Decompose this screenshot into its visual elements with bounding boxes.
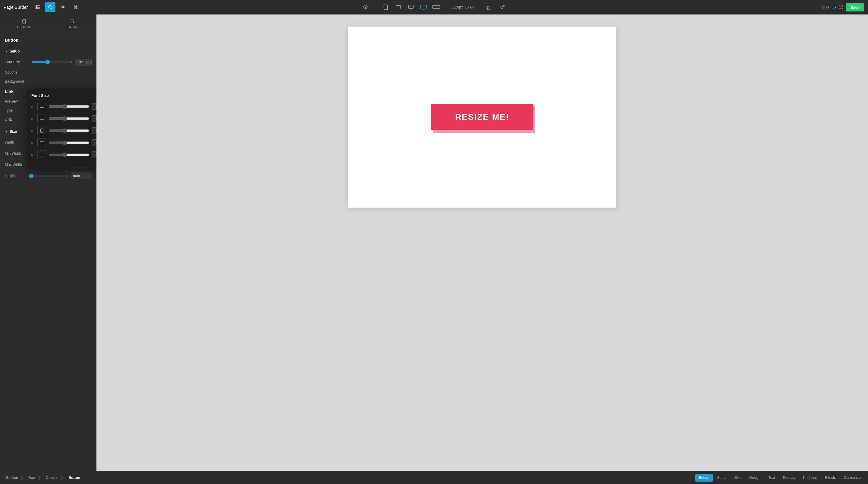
settings-button[interactable] [58,2,68,12]
svg-rect-23 [40,142,44,144]
left-sidebar: Duplicate Delete Button ▼ Setup Font Siz… [0,15,96,471]
sidebar-icon [35,5,40,10]
device-controls: 1120px 100% [361,2,507,12]
breadcrumb-chevron-3: ❯ [61,476,64,480]
popup-arrow-3: ▶ [31,129,35,133]
breadcrumb-chevron-1: ❯ [21,476,24,480]
font-size-slider-container [32,59,72,65]
tab-setup[interactable]: Setup [713,474,730,482]
svg-point-4 [49,5,51,8]
popup-value-2[interactable] [92,115,96,122]
svg-rect-16 [23,20,26,23]
widescreen-device-button[interactable] [431,2,441,12]
tab-text[interactable]: Text [765,474,778,482]
font-size-row: Font Size px [0,56,96,68]
tab-size[interactable]: Size [731,474,745,482]
height-value-box: auto [71,173,92,179]
svg-rect-0 [36,5,37,9]
popup-slider-3[interactable] [49,128,89,133]
search-icon [48,5,53,10]
breadcrumb-chevron-2: ❯ [38,476,41,480]
js-button[interactable]: JS [832,5,836,9]
extensions-button[interactable] [70,2,81,12]
svg-rect-13 [422,9,425,10]
svg-rect-3 [37,8,40,9]
top-bar: Page Builder [0,0,868,15]
canvas-frame: RESIZE ME! [348,27,616,208]
tab-design[interactable]: Design [746,474,764,482]
font-size-slider[interactable] [32,59,72,64]
background-item[interactable]: Background [0,77,96,86]
breadcrumb-column[interactable]: Column ❯ [43,476,66,480]
popup-row-4: ▶ px [31,138,96,147]
tab-customize[interactable]: Customize [840,474,864,482]
tablet-device-button[interactable] [393,2,403,12]
desktop-device-button[interactable] [418,2,428,12]
toggle-sidebar-button[interactable] [33,2,43,12]
puzzle-icon [73,5,78,10]
tab-button[interactable]: Button [695,474,713,482]
layers-button[interactable] [361,2,371,12]
svg-point-24 [40,142,40,143]
tab-particles[interactable]: Particles [800,474,821,482]
svg-rect-20 [40,120,44,120]
breadcrumb-section[interactable]: Section ❯ [4,476,26,480]
trash-icon [69,18,75,24]
save-button[interactable]: Save [846,3,864,11]
popup-slider-1[interactable] [49,104,89,109]
breadcrumb-button[interactable]: Button [66,476,83,480]
canvas-dimensions: 1120px 100% [451,5,474,9]
laptop-device-button[interactable] [406,2,415,12]
popup-slider-5[interactable] [49,152,89,157]
mobile-device-button[interactable] [381,2,390,12]
svg-point-9 [400,7,401,7]
css-button[interactable]: CSS [822,5,829,9]
popup-device-tablet [37,126,46,135]
popup-arrow-2: ▶ [31,117,35,120]
popup-value-3[interactable] [92,127,96,134]
font-size-input[interactable] [76,60,86,64]
open-external-button[interactable] [838,4,843,10]
duplicate-icon [21,18,27,24]
search-button[interactable] [45,2,56,12]
popup-value-4[interactable] [92,139,96,146]
options-item[interactable]: Options [0,68,96,77]
setup-group-header[interactable]: ▼ Setup [0,46,96,56]
separator-2 [446,3,446,11]
popup-value-5[interactable] [92,151,96,158]
breadcrumb-row[interactable]: Row ❯ [26,476,43,480]
svg-rect-2 [37,7,40,7]
bottom-bar: Section ❯ Row ❯ Column ❯ Button Button S… [0,471,868,484]
svg-rect-19 [40,117,44,119]
svg-rect-1 [37,5,40,6]
undo-button[interactable] [484,2,494,12]
popup-device-mobile [37,150,46,159]
popup-slider-4[interactable] [49,140,89,145]
popup-title: Font Size [31,93,96,98]
svg-rect-17 [40,105,44,108]
svg-rect-18 [41,108,43,108]
resize-me-button[interactable]: RESIZE ME! [431,104,533,130]
button-preview-container: RESIZE ME! [431,104,533,130]
svg-line-5 [51,8,52,9]
gear-icon [61,5,65,10]
font-size-popup: Font Size ▶ px ▶ px [27,88,96,167]
svg-rect-11 [408,9,414,9]
popup-value-1[interactable] [92,103,96,110]
popup-row-1: ▶ px [31,102,96,111]
separator-3 [479,3,479,11]
separator-1 [375,3,376,11]
tab-primary[interactable]: Primary [779,474,799,482]
popup-row-3: ▶ px [31,126,96,135]
duplicate-button[interactable]: Duplicate [0,15,48,33]
height-row: Height auto [0,170,96,181]
height-slider[interactable] [29,173,68,178]
redo-button[interactable] [497,2,507,12]
tab-effects[interactable]: Effects [821,474,839,482]
svg-rect-15 [435,9,438,9]
popup-arrow-1: ▶ [31,105,35,108]
popup-arrow-5: ▶ [31,153,35,156]
delete-button[interactable]: Delete [48,15,96,33]
popup-slider-2[interactable] [49,116,89,121]
panel-title: Button [0,33,96,46]
